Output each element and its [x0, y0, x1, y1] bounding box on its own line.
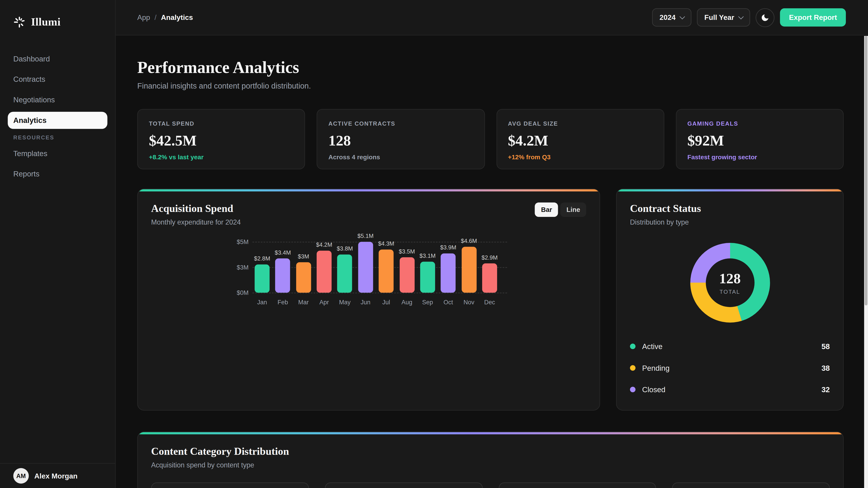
period-select[interactable]: Full Year — [697, 8, 750, 27]
gridline — [252, 293, 507, 293]
chevron-down-icon — [739, 14, 744, 20]
stat-subtext: Fastest growing sector — [687, 154, 832, 161]
donut-chart: 128 TOTAL — [690, 242, 770, 322]
toggle-bar-button[interactable]: Bar — [535, 202, 558, 217]
chart-title: Acquisition Spend — [151, 202, 241, 215]
breadcrumb-app[interactable]: App — [137, 13, 150, 22]
bar[interactable] — [420, 262, 435, 293]
bar-chart-plot-area: $5M$3M$0M$2.8MJan$3.4MFeb$3MMar$4.2MApr$… — [230, 241, 507, 292]
legend-row-active: Active58 — [630, 336, 830, 357]
panel-header: Acquisition Spend Monthly expenditure fo… — [151, 202, 586, 226]
panel-header: Contract Status Distribution by type — [630, 202, 830, 226]
donut-center: 128 TOTAL — [706, 258, 754, 307]
sidebar-item-dashboard[interactable]: Dashboard — [8, 51, 107, 68]
legend-dot — [630, 365, 636, 371]
stat-card-active-contracts: ACTIVE CONTRACTS 128 Across 4 regions — [317, 109, 485, 169]
page-subtitle: Financial insights and content portfolio… — [137, 81, 844, 92]
bar-value-label: $3.4M — [275, 249, 291, 256]
legend-dot — [630, 387, 636, 392]
stat-value: $4.2M — [508, 133, 653, 149]
sidebar-item-reports[interactable]: Reports — [8, 165, 107, 183]
bar-value-label: $3.9M — [440, 244, 456, 251]
bar-value-label: $2.8M — [254, 255, 270, 262]
bar[interactable] — [338, 255, 352, 293]
page-content: Performance Analytics Financial insights… — [116, 35, 868, 488]
legend-row-pending: Pending38 — [630, 357, 830, 379]
bar[interactable] — [482, 263, 497, 292]
bar-column-jun: $5.1MJun — [358, 241, 373, 292]
bar-column-mar: $3MMar — [296, 241, 311, 292]
bar[interactable] — [358, 241, 373, 292]
x-axis-label: Sep — [422, 298, 433, 305]
chart-subtitle: Distribution by type — [630, 218, 701, 226]
bar-value-label: $4.6M — [461, 237, 477, 244]
logo-text: Illumi — [31, 15, 61, 28]
stat-cards-row: TOTAL SPEND $42.5M +8.2% vs last year AC… — [137, 109, 844, 169]
legend-label: Closed — [642, 385, 665, 394]
bar-column-apr: $4.2MApr — [317, 241, 332, 292]
bar-value-label: $3.1M — [420, 252, 436, 259]
bar-column-nov: $4.6MNov — [461, 241, 476, 292]
bar[interactable] — [461, 247, 476, 292]
avatar: AM — [13, 468, 29, 484]
stat-subtext: +12% from Q3 — [508, 154, 653, 161]
breadcrumb: App / Analytics — [137, 13, 193, 22]
acquisition-spend-panel: Acquisition Spend Monthly expenditure fo… — [137, 188, 600, 410]
breadcrumb-separator: / — [155, 13, 157, 22]
section-subtitle: Acquisition spend by content type — [151, 461, 289, 469]
legend-label: Pending — [642, 364, 670, 372]
legend-dot — [630, 344, 636, 349]
export-report-button[interactable]: Export Report — [780, 8, 846, 27]
stat-card-gaming-deals: GAMING DEALS $92M Fastest growing sector — [676, 109, 844, 169]
user-name: Alex Morgan — [34, 472, 78, 480]
bar-column-oct: $3.9MOct — [441, 241, 456, 292]
x-axis-label: May — [339, 298, 350, 305]
sidebar: Illumi Dashboard Contracts Negotiations … — [0, 0, 116, 488]
bar[interactable] — [275, 258, 290, 292]
charts-row: Acquisition Spend Monthly expenditure fo… — [137, 188, 844, 410]
y-axis-tick: $0M — [230, 289, 249, 296]
bar[interactable] — [441, 254, 456, 292]
bar[interactable] — [399, 258, 414, 293]
sidebar-item-contracts[interactable]: Contracts — [8, 71, 107, 88]
theme-toggle-button[interactable] — [756, 8, 775, 27]
bar[interactable] — [255, 265, 270, 293]
x-axis-label: Dec — [484, 298, 495, 305]
sidebar-item-analytics[interactable]: Analytics — [8, 112, 107, 129]
y-axis-tick: $5M — [230, 238, 249, 245]
bar-column-dec: $2.9MDec — [482, 241, 497, 292]
x-axis-label: Apr — [319, 298, 329, 305]
year-select[interactable]: 2024 — [652, 8, 692, 27]
toggle-line-button[interactable]: Line — [560, 202, 586, 217]
user-profile[interactable]: AM Alex Morgan — [0, 463, 115, 488]
bar[interactable] — [317, 251, 332, 293]
chart-type-toggle: Bar Line — [535, 202, 586, 217]
bar-value-label: $4.2M — [316, 241, 332, 248]
bar-column-feb: $3.4MFeb — [275, 241, 290, 292]
bar[interactable] — [379, 250, 394, 293]
category-card — [672, 482, 830, 488]
sidebar-item-templates[interactable]: Templates — [8, 145, 107, 162]
sidebar-item-negotiations[interactable]: Negotiations — [8, 91, 107, 108]
header-controls: 2024 Full Year Export Report — [652, 8, 857, 27]
period-select-value: Full Year — [704, 13, 734, 22]
bar-column-jan: $2.8MJan — [255, 241, 270, 292]
stat-value: $42.5M — [149, 133, 293, 149]
stat-card-avg-deal-size: AVG DEAL SIZE $4.2M +12% from Q3 — [496, 109, 664, 169]
bar-column-jul: $4.3MJul — [379, 241, 394, 292]
scrollbar-track[interactable] — [864, 36, 868, 488]
bar-value-label: $5.1M — [358, 232, 373, 239]
stat-card-total-spend: TOTAL SPEND $42.5M +8.2% vs last year — [137, 109, 305, 169]
category-card — [498, 482, 656, 488]
stat-label: AVG DEAL SIZE — [508, 120, 653, 126]
stat-subtext: Across 4 regions — [329, 154, 473, 161]
bar[interactable] — [296, 263, 311, 293]
x-axis-label: Nov — [464, 298, 474, 305]
category-cards-grid — [151, 482, 830, 488]
contract-status-panel: Contract Status Distribution by type 128… — [616, 188, 844, 410]
stat-label: GAMING DEALS — [687, 120, 832, 126]
chart-subtitle: Monthly expenditure for 2024 — [151, 218, 241, 226]
bar-value-label: $4.3M — [378, 240, 394, 247]
scrollbar-thumb[interactable] — [865, 36, 867, 305]
x-axis-label: Jun — [361, 298, 370, 305]
